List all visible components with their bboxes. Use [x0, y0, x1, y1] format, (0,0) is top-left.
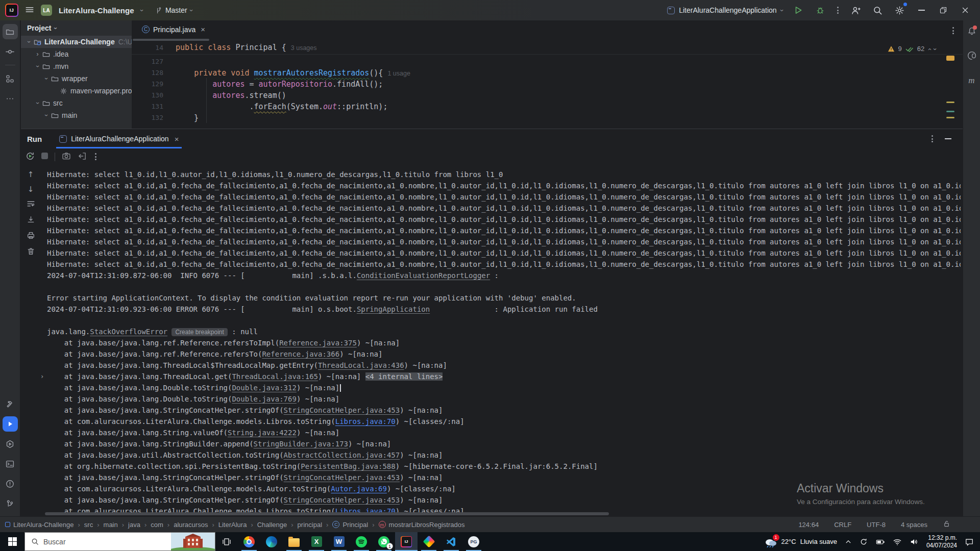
soft-wrap-icon[interactable]	[27, 199, 35, 210]
version-control-tool-icon[interactable]	[3, 496, 18, 511]
search-everywhere-icon[interactable]	[871, 4, 884, 17]
tab-principal-java[interactable]: C Principal.java ×	[138, 20, 209, 38]
close-run-tab-icon[interactable]: ×	[175, 135, 179, 143]
next-problem-icon[interactable]: ›	[932, 48, 938, 50]
stop-button[interactable]	[41, 153, 48, 161]
tree-row-src[interactable]: ›src	[21, 97, 132, 109]
wifi-icon[interactable]	[893, 538, 902, 546]
breadcrumb-item-com[interactable]: com	[151, 521, 163, 529]
maven-icon[interactable]: m	[968, 76, 974, 86]
stack-frame-link[interactable]: ConditionEvaluationReportLogger	[357, 271, 490, 280]
breadcrumb-item-literalura-challenge[interactable]: LiterAlura-Challenge	[5, 521, 74, 529]
battery-icon[interactable]	[875, 538, 885, 546]
breadcrumb-item-main[interactable]: main	[104, 521, 118, 529]
taskbar-app-task-view[interactable]	[215, 532, 238, 551]
terminal-tool-icon[interactable]	[3, 456, 18, 471]
add-user-icon[interactable]	[849, 4, 862, 17]
ai-assistant-icon[interactable]	[967, 51, 976, 62]
console-more-icon[interactable]	[93, 152, 98, 162]
search-highlight-image[interactable]	[171, 533, 215, 550]
indent-setting[interactable]: 4 spaces	[901, 521, 927, 529]
clock-widget[interactable]: 12:32 p.m. 04/07/2024	[926, 534, 957, 549]
project-panel-title[interactable]: Project	[27, 24, 51, 32]
git-branch-widget[interactable]: Master ›	[155, 6, 192, 14]
rerun-button[interactable]	[26, 152, 35, 162]
stack-frame-link[interactable]: String.java:4222	[228, 429, 297, 437]
settings-gear-icon[interactable]	[893, 4, 906, 17]
tree-row-maven-wrapper-properties[interactable]: maven-wrapper.properties	[21, 85, 132, 97]
line-separator[interactable]: CRLF	[834, 521, 851, 529]
close-tab-icon[interactable]: ×	[201, 25, 205, 34]
stack-frame-link[interactable]: StringConcatHelper.java:453	[284, 473, 400, 482]
source-file-link[interactable]: Libros.java:70	[335, 507, 396, 512]
start-button[interactable]	[0, 532, 24, 551]
tree-row-wrapper[interactable]: ›wrapper	[21, 72, 132, 85]
caret-position[interactable]: 124:64	[798, 521, 819, 529]
hidden-icons-chevron[interactable]	[845, 538, 852, 545]
sync-tray-icon[interactable]	[860, 538, 868, 546]
action-center-icon[interactable]	[965, 538, 974, 546]
structure-tool-icon[interactable]	[3, 71, 18, 86]
stack-frame-link[interactable]: ThreadLocal.java:165	[232, 372, 318, 381]
import-thread-dump-button[interactable]	[78, 152, 87, 162]
breadcrumb-item-src[interactable]: src	[84, 521, 93, 529]
minimize-window-button[interactable]	[915, 4, 928, 17]
stack-frame-link[interactable]: Double.java:312	[232, 384, 296, 392]
tree-row--idea[interactable]: ›.idea	[21, 48, 132, 60]
taskbar-app-chrome[interactable]	[238, 532, 260, 551]
print-icon[interactable]	[27, 231, 35, 241]
tree-row--mvn[interactable]: ›.mvn	[21, 60, 132, 72]
breadcrumb-item-principal[interactable]: CPrincipal	[332, 521, 368, 529]
scroll-to-end-icon[interactable]	[27, 215, 35, 226]
error-stripe-mark[interactable]	[946, 111, 954, 112]
stack-frame-link[interactable]: AbstractCollection.java:457	[284, 451, 400, 459]
stack-frame-link[interactable]: StackOverflowError	[90, 328, 167, 336]
source-file-link[interactable]: Autor.java:69	[331, 485, 387, 493]
stack-frame-link[interactable]: Double.java:769	[232, 395, 296, 403]
commit-tool-icon[interactable]	[3, 44, 18, 59]
hide-run-panel-icon[interactable]	[945, 138, 951, 139]
stack-frame-link[interactable]: StringConcatHelper.java:453	[284, 406, 400, 414]
more-tools-icon[interactable]	[3, 91, 18, 106]
taskbar-app-whatsapp[interactable]: 1	[373, 532, 395, 551]
stack-frame-link[interactable]: StringConcatHelper.java:453	[284, 496, 400, 504]
run-panel-options-icon[interactable]	[930, 134, 935, 144]
clear-console-icon[interactable]	[27, 247, 35, 257]
error-stripe-mark[interactable]	[946, 117, 954, 118]
taskbar-app-excel[interactable]: X	[305, 532, 328, 551]
screenshot-button[interactable]	[62, 152, 71, 162]
down-stack-trace-icon[interactable]: ↓	[28, 185, 34, 194]
main-menu-icon[interactable]	[25, 5, 34, 16]
project-badge[interactable]: LA	[41, 5, 52, 16]
breadcrumb-item-challenge[interactable]: Challenge	[257, 521, 287, 529]
taskbar-app-edge[interactable]	[260, 532, 283, 551]
stack-frame-link[interactable]: ThreadLocal.java:436	[318, 361, 404, 369]
taskbar-app-postgresql[interactable]: PG	[462, 532, 485, 551]
problems-tool-icon[interactable]	[3, 476, 18, 491]
run-button[interactable]	[792, 4, 805, 17]
tree-row-literalura-challenge[interactable]: ›LiterAlura-ChallengeC:\Users\usua	[21, 36, 132, 48]
volume-icon[interactable]	[910, 538, 919, 546]
folded-lines-chip[interactable]: <4 internal lines>	[365, 372, 443, 381]
more-actions-icon[interactable]	[836, 5, 840, 15]
breadcrumb-item-aluracursos[interactable]: aluracursos	[174, 521, 208, 529]
run-tool-icon[interactable]	[3, 416, 18, 432]
restore-window-button[interactable]	[937, 4, 950, 17]
inspections-widget[interactable]: 9 62 › ›	[888, 43, 936, 55]
services-tool-icon[interactable]	[3, 436, 18, 452]
stack-frame-link[interactable]: SpringApplication	[357, 305, 430, 313]
taskbar-app-vscode[interactable]	[440, 532, 462, 551]
error-stripe-mark[interactable]	[946, 102, 954, 103]
search-input[interactable]: Buscar	[24, 532, 215, 551]
taskbar-app-spotify[interactable]	[350, 532, 373, 551]
editor-options-icon[interactable]	[951, 26, 955, 36]
breadcrumb-item-java[interactable]: java	[128, 521, 140, 529]
breadcrumb-item-mostrarlibrosregistrados[interactable]: mmostrarLibrosRegistrados	[379, 521, 465, 529]
debug-button[interactable]	[814, 4, 827, 17]
weather-widget[interactable]: 1 22°C Lluvia suave	[764, 536, 837, 547]
up-stack-trace-icon[interactable]: ↑	[28, 170, 34, 179]
run-configuration-select[interactable]: LiterAluraChallengeApplication ›	[667, 6, 783, 14]
stack-frame-link[interactable]: StringBuilder.java:173	[254, 440, 348, 448]
close-window-button[interactable]	[959, 4, 972, 17]
tree-row-main[interactable]: ›main	[21, 109, 132, 121]
